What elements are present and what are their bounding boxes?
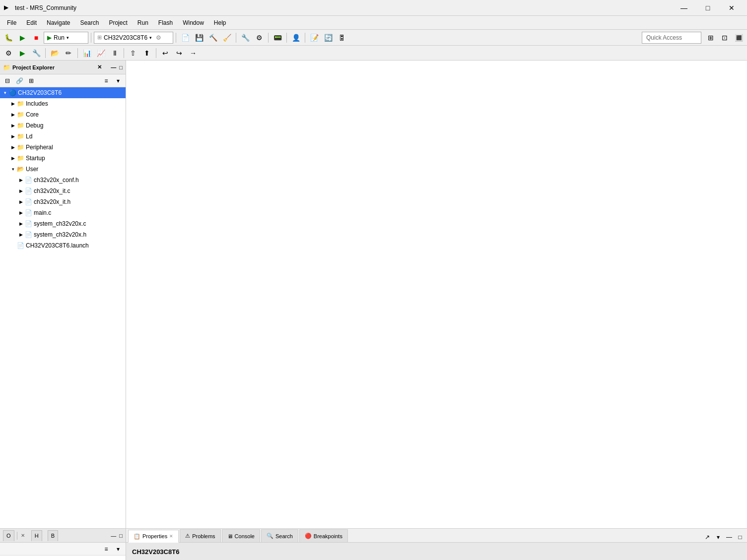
properties-tab-close[interactable]: ✕	[169, 534, 173, 539]
t2-btn1[interactable]: ⚙	[2, 47, 15, 60]
t2-btn13[interactable]: →	[187, 47, 200, 60]
stop-icon[interactable]: ■	[30, 31, 43, 44]
close-button[interactable]: ✕	[720, 0, 743, 16]
open-console-btn[interactable]: ↗	[702, 532, 712, 542]
outline-x-icon[interactable]: ✕	[20, 533, 26, 538]
tree-item-core[interactable]: ▶ 📁 Core	[0, 109, 126, 120]
tab-outline-h[interactable]: H	[31, 530, 42, 541]
perspective1[interactable]: ⊞	[704, 31, 717, 44]
project-tree[interactable]: ▾ 🔵 CH32V203C8T6 ▶ 📁 Includes ▶ 📁 Core ▶…	[0, 87, 126, 528]
build-btn[interactable]: 🔨	[206, 31, 219, 44]
tab-problems[interactable]: ⚠ Problems	[180, 529, 220, 542]
t2-btn4[interactable]: 📂	[48, 47, 61, 60]
startup-label: Startup	[26, 155, 45, 162]
ld-folder-icon: 📁	[16, 133, 25, 140]
search-tab-icon: 🔍	[267, 533, 273, 539]
chip-btn[interactable]: 📟	[271, 31, 284, 44]
outline-maximize-btn[interactable]: □	[119, 533, 123, 539]
ext3[interactable]: 🎛	[336, 31, 348, 44]
perspective3[interactable]: 🔳	[732, 31, 745, 44]
user-label: User	[26, 166, 38, 173]
outline-down-btn[interactable]: ▾	[113, 544, 124, 555]
tree-item-conf-h[interactable]: ▶ 📄 ch32v20x_conf.h	[0, 175, 126, 186]
menu-help[interactable]: Help	[209, 17, 231, 28]
tab-properties[interactable]: 📋 Properties ✕	[128, 530, 179, 543]
maximize-button[interactable]: □	[696, 0, 719, 16]
tree-item-main-c[interactable]: ▶ 📄 main.c	[0, 207, 126, 218]
pe-filter-btn[interactable]: ⊞	[26, 75, 37, 86]
pe-collapse-btn[interactable]: ⊟	[2, 75, 13, 86]
perspective2[interactable]: ⊡	[718, 31, 731, 44]
menu-window[interactable]: Window	[178, 17, 209, 28]
quick-access-input[interactable]: Quick Access	[642, 32, 701, 44]
window-controls: — □ ✕	[673, 0, 743, 16]
t2-btn10[interactable]: ⬆	[140, 47, 153, 60]
run-label: Run	[54, 34, 65, 41]
debug-folder-icon: 📁	[16, 122, 25, 129]
tab-outline-o[interactable]: O	[3, 530, 14, 541]
tree-item-startup[interactable]: ▶ 📁 Startup	[0, 153, 126, 164]
t2-btn9[interactable]: ⇧	[127, 47, 139, 60]
ext1[interactable]: 📝	[308, 31, 321, 44]
pe-close-icon[interactable]: ✕	[97, 64, 102, 70]
t2-btn6[interactable]: 📊	[80, 47, 93, 60]
outline-minimize-btn[interactable]: —	[111, 533, 116, 539]
menu-navigate[interactable]: Navigate	[42, 17, 75, 28]
t2-btn8[interactable]: Ⅱ	[108, 47, 121, 60]
tree-item-system-h[interactable]: ▶ 📄 system_ch32v20x.h	[0, 229, 126, 240]
tool1[interactable]: 🔧	[239, 31, 252, 44]
tree-item-user[interactable]: ▾ 📂 User	[0, 164, 126, 175]
tab-maximize-btn[interactable]: □	[735, 532, 745, 542]
outline-menu-btn[interactable]: ≡	[101, 544, 112, 555]
menu-edit[interactable]: Edit	[21, 17, 42, 28]
tree-item-includes[interactable]: ▶ 📁 Includes	[0, 98, 126, 109]
tree-root[interactable]: ▾ 🔵 CH32V203C8T6	[0, 87, 126, 98]
pe-down-btn[interactable]: ▾	[113, 75, 124, 86]
t2-run[interactable]: ▶	[16, 47, 29, 60]
tree-item-launch[interactable]: 📄 CH32V203C8T6.launch	[0, 240, 126, 251]
pe-link-btn[interactable]: 🔗	[14, 75, 25, 86]
run-combo[interactable]: ▶ Run ▾	[44, 32, 88, 44]
device-selector[interactable]: ⊞ CH32V203C8T6 ▾ ⚙	[94, 32, 173, 44]
profile-btn[interactable]: 👤	[289, 31, 302, 44]
tab-search[interactable]: 🔍 Search	[261, 529, 298, 542]
tab-down-btn[interactable]: ▾	[713, 532, 723, 542]
clean-btn[interactable]: 🧹	[220, 31, 233, 44]
tree-item-peripheral[interactable]: ▶ 📁 Peripheral	[0, 142, 126, 153]
debug-label: Debug	[26, 122, 43, 129]
pe-menu-btn[interactable]: ≡	[101, 75, 112, 86]
menu-project[interactable]: Project	[104, 17, 132, 28]
new-btn[interactable]: 📄	[179, 31, 192, 44]
tab-console[interactable]: 🖥 Console	[222, 529, 260, 542]
run-icon[interactable]: ▶	[16, 31, 29, 44]
tree-item-system-c[interactable]: ▶ 📄 system_ch32v20x.c	[0, 218, 126, 229]
pe-maximize-icon[interactable]: □	[119, 64, 123, 70]
tree-item-it-c[interactable]: ▶ 📄 ch32v20x_it.c	[0, 186, 126, 196]
ext2[interactable]: 🔄	[322, 31, 335, 44]
t2-btn5[interactable]: ✏	[62, 47, 75, 60]
system-h-label: system_ch32v20x.h	[34, 231, 86, 238]
console-tab-icon: 🖥	[227, 533, 233, 539]
tab-minimize-btn[interactable]: —	[724, 532, 734, 542]
tree-item-debug[interactable]: ▶ 📁 Debug	[0, 120, 126, 131]
t2-btn11[interactable]: ↩	[159, 47, 172, 60]
minimize-button[interactable]: —	[673, 0, 695, 16]
t2-btn3[interactable]: 🔧	[30, 47, 43, 60]
tab-outline-b[interactable]: B	[48, 530, 58, 541]
tool2[interactable]: ⚙	[253, 31, 266, 44]
menu-flash[interactable]: Flash	[153, 17, 178, 28]
pe-minimize-icon[interactable]: —	[111, 64, 116, 70]
tree-item-ld[interactable]: ▶ 📁 Ld	[0, 131, 126, 142]
menu-run[interactable]: Run	[133, 17, 153, 28]
t2-btn7[interactable]: 📈	[94, 47, 107, 60]
menu-search[interactable]: Search	[75, 17, 104, 28]
save-btn[interactable]: 💾	[193, 31, 205, 44]
properties-tab-bar: 📋 Properties ✕ ⚠ Problems 🖥 Console 🔍 Se…	[126, 529, 747, 543]
t2-btn12[interactable]: ↪	[173, 47, 186, 60]
tab-breakpoints[interactable]: 🔴 Breakpoints	[299, 529, 348, 542]
menu-file[interactable]: File	[2, 17, 21, 28]
tree-item-it-h[interactable]: ▶ 📄 ch32v20x_it.h	[0, 196, 126, 207]
ld-arrow: ▶	[10, 134, 16, 139]
debug-icon[interactable]: 🐛	[2, 31, 15, 44]
outline-header: O ✕ H B — □	[0, 529, 126, 543]
